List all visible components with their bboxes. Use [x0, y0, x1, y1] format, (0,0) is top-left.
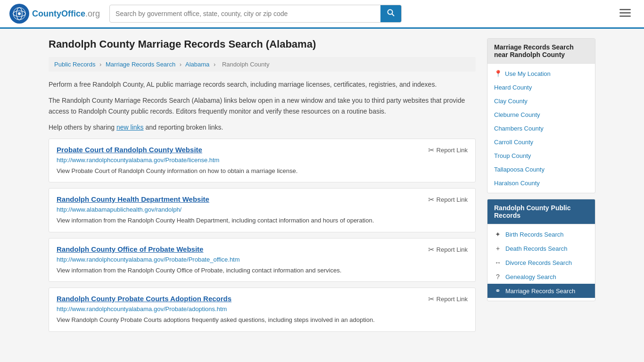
death-icon: + — [494, 245, 502, 252]
breadcrumb-public-records[interactable]: Public Records — [54, 61, 95, 68]
result-card-2: Randolph County Health Department Websit… — [49, 188, 476, 232]
sidebar-county-chambers[interactable]: Chambers County — [487, 122, 595, 135]
svg-point-4 — [388, 10, 393, 15]
location-icon: 📍 — [494, 70, 502, 77]
result-url-1[interactable]: http://www.randolphcountyalabama.gov/Pro… — [57, 156, 468, 164]
sidebar-county-haralson[interactable]: Haralson County — [487, 176, 595, 190]
report-icon-2: ✂ — [428, 195, 434, 204]
breadcrumb-alabama[interactable]: Alabama — [185, 61, 209, 68]
result-card-4: Randolph County Probate Courts Adoption … — [49, 288, 476, 332]
new-links[interactable]: new links — [116, 123, 144, 131]
use-my-location-link[interactable]: Use My Location — [505, 70, 551, 77]
svg-rect-6 — [619, 9, 631, 10]
svg-rect-7 — [619, 12, 631, 14]
page-title: Randolph County Marriage Records Search … — [49, 38, 476, 50]
sidebar-divorce-records[interactable]: ↔ Divorce Records Search — [487, 255, 595, 270]
public-records-section: Randolph County Public Records ✦ Birth R… — [487, 199, 595, 301]
result-url-3[interactable]: http://www.randolphcountyalabama.gov/Pro… — [57, 256, 468, 263]
result-title-2[interactable]: Randolph County Health Department Websit… — [57, 195, 209, 203]
sidebar-county-cleburne[interactable]: Cleburne County — [487, 108, 595, 122]
report-link-button-1[interactable]: ✂ Report Link — [428, 146, 468, 155]
search-bar — [109, 5, 402, 23]
sidebar-birth-records[interactable]: ✦ Birth Records Search — [487, 227, 595, 241]
result-title-3[interactable]: Randolph County Office of Probate Websit… — [57, 245, 203, 253]
svg-line-5 — [392, 14, 395, 16]
result-desc-4: View Randolph County Probate Courts adop… — [57, 315, 468, 325]
description-1: Perform a free Randolph County, AL publi… — [49, 79, 476, 90]
nearby-section: Marriage Records Search near Randolph Co… — [487, 38, 595, 193]
report-icon-1: ✂ — [428, 146, 434, 155]
report-icon-3: ✂ — [428, 245, 434, 254]
use-my-location-item[interactable]: 📍 Use My Location — [487, 66, 595, 81]
breadcrumb-marriage-records[interactable]: Marriage Records Search — [106, 61, 175, 68]
result-card-3: Randolph County Office of Probate Websit… — [49, 238, 476, 282]
genealogy-icon: ? — [494, 273, 502, 280]
result-desc-1: View Probate Court of Randolph County in… — [57, 166, 468, 176]
svg-rect-8 — [619, 16, 631, 17]
sidebar-county-heard[interactable]: Heard County — [487, 81, 595, 94]
divorce-icon: ↔ — [494, 259, 502, 266]
result-desc-3: View information from the Randolph Count… — [57, 266, 468, 275]
breadcrumb-current: Randolph County — [222, 61, 269, 68]
breadcrumb: Public Records › Marriage Records Search… — [49, 57, 476, 72]
sidebar-marriage-records[interactable]: ⚭ Marriage Records Search — [487, 284, 595, 298]
search-input[interactable] — [110, 6, 380, 21]
nearby-title: Marriage Records Search near Randolph Co… — [487, 39, 595, 64]
sidebar-county-tallapoosa[interactable]: Tallapoosa County — [487, 163, 595, 176]
sidebar-county-clay[interactable]: Clay County — [487, 94, 595, 108]
logo[interactable]: CountyOffice.org — [9, 4, 100, 24]
svg-point-3 — [18, 12, 21, 15]
marriage-icon: ⚭ — [494, 287, 502, 295]
logo-text: CountyOffice.org — [32, 9, 100, 19]
result-desc-2: View information from the Randolph Count… — [57, 216, 468, 225]
report-icon-4: ✂ — [428, 295, 434, 304]
result-card-1: Probate Court of Randolph County Website… — [49, 139, 476, 183]
sidebar-genealogy[interactable]: ? Genealogy Search — [487, 270, 595, 284]
menu-button[interactable] — [616, 5, 635, 22]
result-title-1[interactable]: Probate Court of Randolph County Website — [57, 146, 202, 154]
report-link-button-2[interactable]: ✂ Report Link — [428, 195, 468, 204]
search-button[interactable] — [380, 5, 401, 22]
result-url-4[interactable]: http://www.randolphcountyalabama.gov/Pro… — [57, 305, 468, 313]
description-2: The Randolph County Marriage Records Sea… — [49, 95, 476, 116]
public-records-title: Randolph County Public Records — [487, 199, 595, 224]
sidebar-death-records[interactable]: + Death Records Search — [487, 241, 595, 255]
result-title-4[interactable]: Randolph County Probate Courts Adoption … — [57, 295, 231, 303]
report-link-button-4[interactable]: ✂ Report Link — [428, 295, 468, 304]
sidebar-county-troup[interactable]: Troup County — [487, 149, 595, 163]
report-link-button-3[interactable]: ✂ Report Link — [428, 245, 468, 254]
result-url-2[interactable]: http://www.alabamapublichealth.gov/rando… — [57, 206, 468, 213]
logo-icon — [9, 4, 29, 24]
sidebar-county-carroll[interactable]: Carroll County — [487, 135, 595, 149]
description-3: Help others by sharing new links and rep… — [49, 122, 476, 132]
birth-icon: ✦ — [494, 230, 502, 238]
